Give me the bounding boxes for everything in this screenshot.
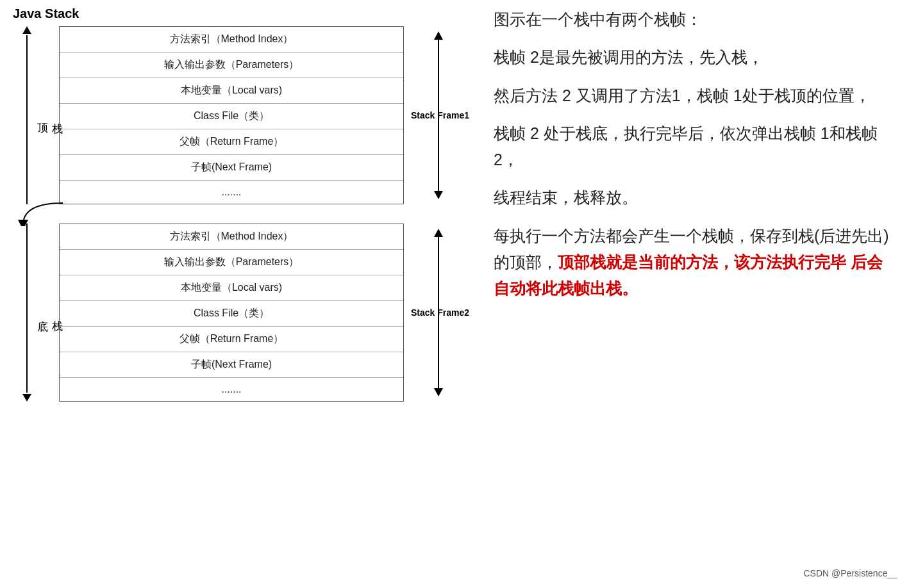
right-p5: 线程结束，栈释放。: [494, 184, 890, 211]
stack-bottom-label: 栈底: [41, 224, 59, 402]
frame2-row-1: 输入输出参数（Parameters）: [60, 250, 403, 275]
frame1-row-6: .......: [60, 181, 403, 204]
stack-bottom-line: [26, 224, 28, 393]
frame1-row-0: 方法索引（Method Index）: [60, 27, 403, 53]
frame2-row-0: 方法索引（Method Index）: [60, 224, 403, 250]
stack-bottom-arrow-down: [22, 394, 31, 402]
frame1-box: 方法索引（Method Index） 输入输出参数（Parameters） 本地…: [59, 26, 404, 204]
connector-svg: [17, 202, 74, 226]
frame1-row-5: 子帧(Next Frame): [60, 155, 403, 181]
frame1-arrow-down: [434, 191, 443, 199]
frame2-row-5: 子帧(Next Frame): [60, 352, 403, 378]
frame1-row-3: Class File（类）: [60, 104, 403, 129]
right-p3: 然后方法 2 又调用了方法1，栈帧 1处于栈顶的位置，: [494, 83, 890, 109]
frame2-box: 方法索引（Method Index） 输入输出参数（Parameters） 本地…: [59, 224, 404, 402]
frame1-row-4: 父帧（Return Frame）: [60, 129, 403, 155]
frame2-row-6: .......: [60, 378, 403, 401]
right-p2: 栈帧 2是最先被调用的方法，先入栈，: [494, 44, 890, 70]
frame2-row-4: 父帧（Return Frame）: [60, 327, 403, 352]
frame2-row-2: 本地变量（Local vars): [60, 275, 403, 301]
right-p6: 每执行一个方法都会产生一个栈帧，保存到栈(后进先出)的顶部，顶部栈就是当前的方法…: [494, 223, 890, 302]
frame2-arrow-up: [434, 229, 443, 237]
stack-top-line: [26, 35, 28, 204]
right-p4: 栈帧 2 处于栈底，执行完毕后，依次弹出栈帧 1和栈帧 2，: [494, 120, 890, 174]
frame2-arrow-down: [434, 388, 443, 396]
stack-top-label: 栈顶: [41, 26, 59, 204]
stack-top-arrow-up: [22, 26, 31, 34]
frame1-arrow-up: [434, 31, 443, 40]
frame1-row-1: 输入输出参数（Parameters）: [60, 53, 403, 78]
frame1-row-2: 本地变量（Local vars): [60, 78, 403, 104]
frame2-label: Stack Frame2: [411, 307, 469, 318]
frame1-label: Stack Frame1: [411, 110, 469, 120]
java-stack-title: Java Stack: [13, 6, 468, 21]
frame-connector: [14, 204, 468, 224]
right-p1: 图示在一个栈中有两个栈帧：: [494, 6, 890, 33]
frame2-row-3: Class File（类）: [60, 301, 403, 327]
watermark: CSDN @Persistence__: [804, 566, 898, 580]
